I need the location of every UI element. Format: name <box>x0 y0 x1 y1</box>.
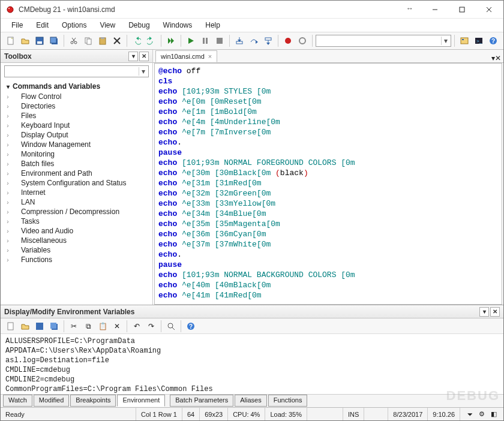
editor-tab[interactable]: win10ansi.cmd × <box>155 50 217 62</box>
delete-icon[interactable]: ✕ <box>110 320 124 333</box>
menu-help[interactable]: Help <box>199 20 226 31</box>
save-all-icon[interactable] <box>47 320 61 333</box>
save-icon[interactable] <box>33 34 46 47</box>
run-icon[interactable] <box>184 34 197 47</box>
toolbox-item[interactable]: ›Display Output <box>1 130 152 140</box>
tab-close-icon[interactable]: × <box>208 53 212 60</box>
toolbox-item[interactable]: ›Variables <box>1 245 152 255</box>
menu-options[interactable]: Options <box>56 20 92 31</box>
bottom-tab[interactable]: Watch <box>3 395 32 407</box>
toolbox-item[interactable]: ›Directories <box>1 101 152 111</box>
toolbox-tree[interactable]: ▾ Commands and Variables ›Flow Control›D… <box>1 80 152 305</box>
titlebar[interactable]: CMDebug 21 - win10ansi.cmd ↔ <box>1 1 503 19</box>
menu-view[interactable]: View <box>94 20 121 31</box>
toolbox-item[interactable]: ›Tasks <box>1 216 152 226</box>
console-icon[interactable]: >_ <box>472 34 485 47</box>
tray-icon[interactable]: ⏷ <box>465 410 475 419</box>
tray-icon[interactable]: ◧ <box>489 410 499 419</box>
help-icon[interactable]: ? <box>184 320 197 333</box>
new-file-icon[interactable] <box>4 320 17 333</box>
env-var-line[interactable]: CMDLINE2=cmdebug <box>5 375 499 384</box>
breakpoint-icon[interactable] <box>296 34 309 47</box>
menu-debug[interactable]: Debug <box>122 20 155 31</box>
pause-icon[interactable] <box>199 34 212 47</box>
toolbox-item-label: Batch files <box>13 160 54 168</box>
svg-rect-48 <box>50 323 56 329</box>
help-icon[interactable]: ? <box>487 34 500 47</box>
menu-windows[interactable]: Windows <box>157 20 199 31</box>
editor-close-icon[interactable]: ✕ <box>495 54 501 62</box>
redo-icon[interactable]: ↷ <box>145 320 158 333</box>
minimize-button[interactable] <box>421 1 448 18</box>
cut-icon[interactable]: ✂ <box>67 320 80 333</box>
copy-icon[interactable] <box>82 34 95 47</box>
toolbox-item[interactable]: ›Monitoring <box>1 149 152 159</box>
bottom-tab[interactable]: Aliases <box>235 395 266 407</box>
undo-icon[interactable] <box>130 34 143 47</box>
toolbox-item[interactable]: ›Window Management <box>1 140 152 149</box>
toolbox-item[interactable]: ›LAN <box>1 197 152 207</box>
menu-edit[interactable]: Edit <box>30 20 55 31</box>
cut-icon[interactable] <box>67 34 80 47</box>
save-all-icon[interactable] <box>47 34 61 47</box>
menu-file[interactable]: File <box>5 20 29 31</box>
expand-icon: › <box>4 180 11 187</box>
paste-icon[interactable] <box>96 34 109 47</box>
redo-icon[interactable] <box>145 34 158 47</box>
find-icon[interactable] <box>164 320 178 333</box>
new-file-icon[interactable] <box>4 34 17 47</box>
fast-forward-icon[interactable] <box>164 34 178 47</box>
toolbox-dropdown-icon[interactable]: ▾ <box>128 52 138 61</box>
toolbox-item[interactable]: ›Miscellaneous <box>1 236 152 245</box>
toolbox-close-icon[interactable]: ✕ <box>139 52 149 61</box>
copy-icon[interactable]: ⧉ <box>82 320 95 333</box>
bottom-tab[interactable]: Batch Parameters <box>170 395 233 407</box>
toolbar-separator <box>181 35 181 47</box>
toolbox-item[interactable]: ›Environment and Path <box>1 169 152 178</box>
toolbox-item[interactable]: ›Video and Audio <box>1 226 152 236</box>
toolbox-item[interactable]: ›Flow Control <box>1 92 152 101</box>
open-file-icon[interactable] <box>19 34 32 47</box>
toolbox-item[interactable]: ›Keyboard Input <box>1 121 152 130</box>
save-icon[interactable] <box>33 320 46 333</box>
toolbox-item[interactable]: ›Functions <box>1 255 152 264</box>
code-editor[interactable]: @echo offclsecho [101;93m STYLES [0mecho… <box>154 63 502 305</box>
bottom-tab[interactable]: Breakpoints <box>70 395 116 407</box>
env-var-line[interactable]: ALLUSERSPROFILE=C:\ProgramData <box>5 336 499 346</box>
env-dropdown-icon[interactable]: ▾ <box>479 307 489 317</box>
bottom-tab[interactable]: Environment <box>117 395 165 407</box>
environment-list[interactable]: ALLUSERSPROFILE=C:\ProgramDataAPPDATA=C:… <box>1 334 503 394</box>
env-var-line[interactable]: CMDLINE=cmdebug <box>5 365 499 375</box>
toolbox-item[interactable]: ›Batch files <box>1 159 152 169</box>
record-icon[interactable] <box>281 34 295 47</box>
maximize-button[interactable] <box>448 1 475 18</box>
env-var-line[interactable]: CommonProgramFiles=C:\Program Files\Comm… <box>5 384 499 394</box>
undo-icon[interactable]: ↶ <box>130 320 143 333</box>
stop-icon[interactable] <box>213 34 226 47</box>
toolbox-item[interactable]: ›Files <box>1 111 152 121</box>
toolbox-title: Toolbox <box>4 52 32 61</box>
expand-icon: › <box>4 132 11 139</box>
step-out-icon[interactable] <box>262 34 275 47</box>
tray-icon[interactable]: ⚙ <box>477 410 487 419</box>
env-close-icon[interactable]: ✕ <box>490 307 500 317</box>
code-line: @echo off <box>158 66 498 76</box>
toolbox-search-combo[interactable]: ▾ <box>4 65 149 77</box>
toolbox-item[interactable]: ›Compression / Decompression <box>1 207 152 216</box>
open-file-icon[interactable] <box>19 320 32 333</box>
toolbox-item[interactable]: ›System Configuration and Status <box>1 178 152 188</box>
env-var-line[interactable]: asl.log=Destination=file <box>5 356 499 365</box>
step-into-icon[interactable] <box>233 34 246 47</box>
category-header[interactable]: ▾ Commands and Variables <box>1 81 152 92</box>
close-button[interactable] <box>475 1 502 18</box>
toolbox-search-input[interactable] <box>6 67 139 76</box>
env-var-line[interactable]: APPDATA=C:\Users\Rex\AppData\Roaming <box>5 346 499 356</box>
toolbox-item[interactable]: ›Internet <box>1 188 152 197</box>
bottom-tab[interactable]: Modified <box>34 395 70 407</box>
delete-icon[interactable] <box>110 34 124 47</box>
paste-icon[interactable]: 📋 <box>96 320 109 333</box>
properties-icon[interactable] <box>458 34 471 47</box>
command-combo[interactable]: ▾ <box>316 35 451 47</box>
bottom-tab[interactable]: Functions <box>268 395 308 407</box>
step-over-icon[interactable] <box>247 34 260 47</box>
